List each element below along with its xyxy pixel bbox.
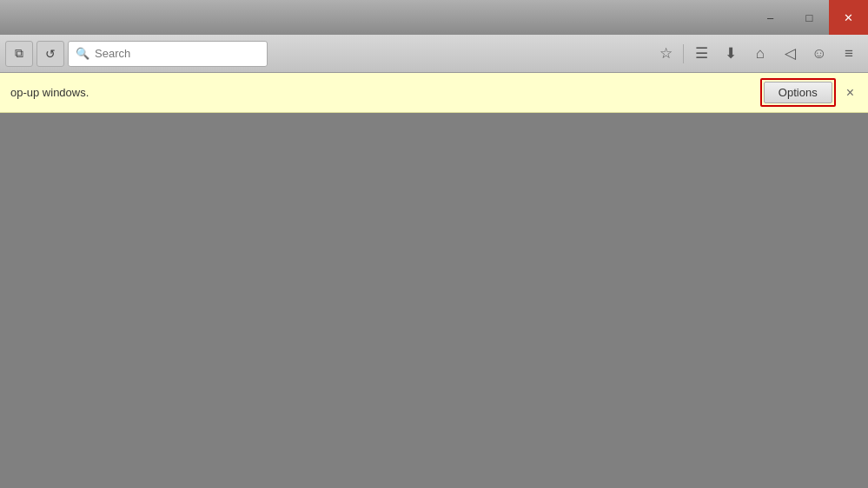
smiley-icon: ☺	[812, 45, 826, 63]
download-icon: ⬇	[725, 44, 737, 63]
notification-bar: op-up windows. Options ×	[0, 73, 868, 113]
download-button[interactable]: ⬇	[717, 41, 745, 67]
send-button[interactable]: ◁	[776, 41, 804, 67]
reload-button[interactable]: ↺	[36, 41, 64, 67]
options-button[interactable]: Options	[764, 82, 832, 103]
home-button[interactable]: ⌂	[746, 41, 774, 67]
copy-url-button[interactable]: ⧉	[5, 41, 33, 67]
list-icon: ☰	[695, 44, 708, 63]
nav-toolbar-icons: ☆ ☰ ⬇ ⌂ ◁ ☺ ≡	[652, 41, 863, 67]
copy-icon: ⧉	[15, 46, 23, 61]
minimize-button[interactable]: –	[751, 0, 790, 35]
home-icon: ⌂	[756, 45, 765, 63]
notification-close-button[interactable]: ×	[843, 85, 858, 101]
close-button[interactable]: ✕	[829, 0, 868, 35]
menu-icon: ≡	[845, 45, 853, 63]
toolbar-divider-1	[683, 44, 684, 63]
title-bar: – □ ✕	[0, 0, 868, 35]
main-content	[0, 113, 868, 488]
send-icon: ◁	[785, 44, 796, 63]
notification-text: op-up windows.	[10, 86, 89, 99]
options-btn-wrapper: Options	[760, 78, 836, 107]
list-button[interactable]: ☰	[687, 41, 715, 67]
search-bar[interactable]: 🔍	[68, 41, 268, 67]
search-input[interactable]	[95, 47, 260, 60]
maximize-button[interactable]: □	[790, 0, 829, 35]
nav-bar: ⧉ ↺ 🔍 ☆ ☰ ⬇ ⌂ ◁ ☺ ≡	[0, 35, 868, 73]
bookmark-button[interactable]: ☆	[652, 41, 679, 67]
reload-icon: ↺	[45, 47, 56, 61]
bookmark-icon: ☆	[659, 44, 673, 63]
menu-button[interactable]: ≡	[835, 41, 863, 67]
nav-address-area: ⧉ ↺	[5, 41, 64, 67]
title-bar-buttons: – □ ✕	[751, 0, 868, 35]
search-icon: 🔍	[76, 47, 89, 60]
notification-actions: Options ×	[760, 78, 858, 107]
smiley-button[interactable]: ☺	[805, 41, 833, 67]
